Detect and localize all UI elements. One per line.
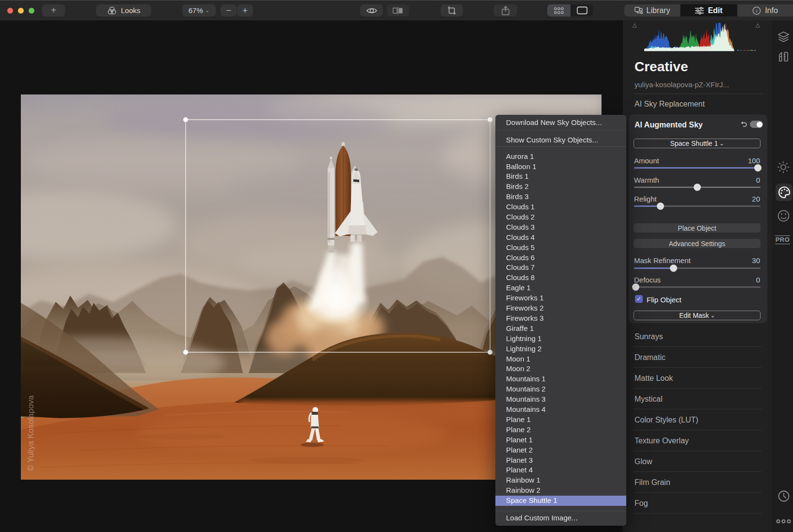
svg-text:© Yuliya Kosolapova: © Yuliya Kosolapova xyxy=(26,395,35,471)
svg-text:i: i xyxy=(756,8,758,14)
